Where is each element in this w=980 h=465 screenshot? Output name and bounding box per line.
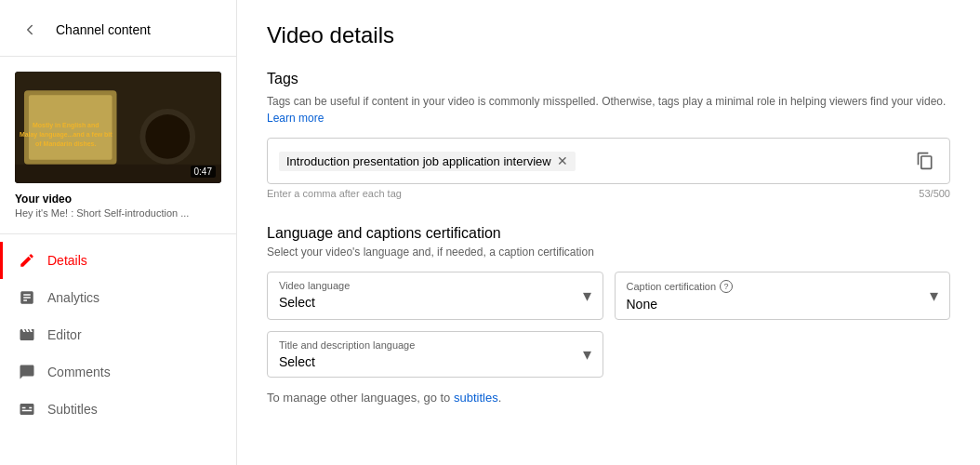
video-preview-section: Mostly in English and Malay language...a… <box>0 57 236 234</box>
lang-section-desc: Select your video's language and, if nee… <box>267 246 950 259</box>
page-title: Video details <box>267 22 950 48</box>
sidebar-item-analytics-label: Analytics <box>47 290 99 305</box>
subtitles-icon <box>18 400 36 418</box>
title-desc-language-dropdown[interactable]: Title and description language Select ▾ <box>267 331 603 378</box>
svg-text:of Mandarin dishes.: of Mandarin dishes. <box>35 140 96 147</box>
learn-more-link[interactable]: Learn more <box>267 112 324 125</box>
tag-chip: Introduction presentation job applicatio… <box>279 152 576 171</box>
sidebar-nav: Details Analytics Editor <box>0 234 236 435</box>
sidebar-item-subtitles-label: Subtitles <box>47 402 98 417</box>
video-language-value: Select <box>279 295 591 310</box>
video-language-dropdown[interactable]: Video language Select ▾ <box>267 272 603 320</box>
main-content: Video details Tags Tags can be useful if… <box>237 0 980 465</box>
sidebar-item-details[interactable]: Details <box>0 242 236 279</box>
caption-certification-arrow-icon: ▾ <box>930 286 938 306</box>
caption-certification-value: None <box>627 297 939 312</box>
tags-count: 53/500 <box>919 188 950 199</box>
comments-icon <box>18 363 36 381</box>
manage-languages-text: To manage other languages, go to subtitl… <box>267 391 950 405</box>
sidebar-header: Channel content <box>0 0 236 57</box>
channel-content-label: Channel content <box>56 22 151 37</box>
title-desc-language-label: Title and description language <box>279 339 591 351</box>
svg-text:Malay language...and a few bit: Malay language...and a few bit <box>20 131 113 139</box>
first-dropdowns-row: Video language Select ▾ Caption certific… <box>267 272 950 320</box>
sidebar-item-details-label: Details <box>47 253 87 268</box>
tags-input-wrapper[interactable]: Introduction presentation job applicatio… <box>267 138 950 184</box>
analytics-icon <box>18 288 36 307</box>
sidebar: Channel content Mostly in English and Ma… <box>0 0 237 465</box>
sidebar-item-editor[interactable]: Editor <box>0 316 236 353</box>
back-button[interactable] <box>15 15 45 45</box>
sidebar-item-analytics[interactable]: Analytics <box>0 279 236 316</box>
tags-description: Tags can be useful if content in your vi… <box>267 93 950 126</box>
caption-certification-label: Caption certification ? <box>627 280 939 293</box>
lang-section-title: Language and captions certification <box>267 225 950 242</box>
thumbnail-duration: 0:47 <box>191 166 216 178</box>
tags-area: Introduction presentation job applicatio… <box>279 152 912 171</box>
tags-hint-row: Enter a comma after each tag 53/500 <box>267 188 950 199</box>
video-language-label: Video language <box>279 280 591 291</box>
sidebar-item-comments-label: Comments <box>47 365 111 379</box>
copy-tags-button[interactable] <box>912 148 938 174</box>
editor-icon <box>18 326 36 344</box>
tags-hint: Enter a comma after each tag <box>267 188 402 199</box>
video-label: Your video <box>15 193 221 206</box>
title-desc-language-arrow-icon: ▾ <box>583 344 591 365</box>
caption-certification-dropdown[interactable]: Caption certification ? None ▾ <box>615 272 951 320</box>
second-dropdowns-row: Title and description language Select ▾ <box>267 331 950 378</box>
tags-title: Tags <box>267 71 950 87</box>
title-desc-language-value: Select <box>279 354 591 369</box>
sidebar-item-editor-label: Editor <box>47 327 82 342</box>
lang-captions-section: Language and captions certification Sele… <box>267 225 950 405</box>
details-icon <box>18 251 36 270</box>
video-info: Your video Hey it's Me! : Short Self-int… <box>15 193 221 219</box>
video-subtitle: Hey it's Me! : Short Self-introduction .… <box>15 207 221 219</box>
tag-chip-text: Introduction presentation job applicatio… <box>286 154 551 168</box>
caption-certification-info-icon[interactable]: ? <box>720 280 733 293</box>
video-language-arrow-icon: ▾ <box>583 286 591 306</box>
video-thumbnail: Mostly in English and Malay language...a… <box>15 72 221 183</box>
sidebar-item-subtitles[interactable]: Subtitles <box>0 391 236 428</box>
svg-text:Mostly in English and: Mostly in English and <box>33 122 99 129</box>
subtitles-link[interactable]: subtitles <box>454 391 498 405</box>
tag-chip-remove-button[interactable]: ✕ <box>557 154 568 167</box>
tags-section: Tags Tags can be useful if content in yo… <box>267 71 950 199</box>
sidebar-item-comments[interactable]: Comments <box>0 353 236 391</box>
svg-point-4 <box>145 114 190 159</box>
